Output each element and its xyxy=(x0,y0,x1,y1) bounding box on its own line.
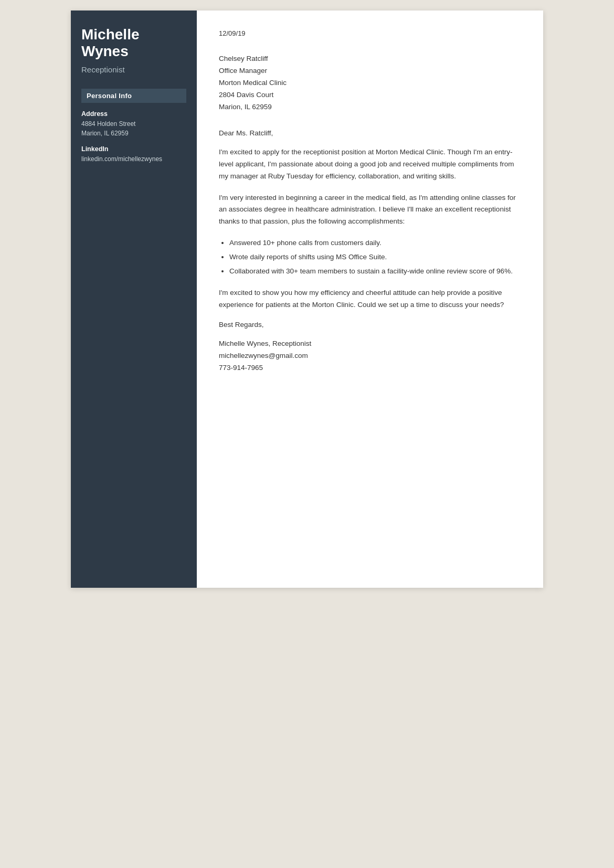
paragraph-1: I'm excited to apply for the receptionis… xyxy=(219,146,521,183)
salutation: Dear Ms. Ratcliff, xyxy=(219,129,521,137)
personal-info-header: Personal Info xyxy=(81,89,186,103)
paragraph-2: I'm very interested in beginning a caree… xyxy=(219,192,521,228)
address-label: Address xyxy=(81,110,186,118)
signature-block: Michelle Wynes, Receptionist michellezwy… xyxy=(219,338,521,374)
paragraph-3: I'm excited to show you how my efficienc… xyxy=(219,287,521,311)
main-content: 12/09/19 Chelsey Ratcliff Office Manager… xyxy=(197,10,543,588)
list-item: Collaborated with 30+ team members to su… xyxy=(229,266,521,278)
recipient-block: Chelsey Ratcliff Office Manager Morton M… xyxy=(219,53,521,113)
recipient-title: Office Manager xyxy=(219,65,521,77)
closing: Best Regards, xyxy=(219,321,521,329)
recipient-name: Chelsey Ratcliff xyxy=(219,53,521,65)
recipient-address2: Marion, IL 62959 xyxy=(219,101,521,113)
list-item: Wrote daily reports of shifts using MS O… xyxy=(229,251,521,263)
recipient-company: Morton Medical Clinic xyxy=(219,77,521,89)
address-value: 4884 Holden Street Marion, IL 62959 xyxy=(81,119,186,138)
linkedin-value: linkedin.com/michellezwynes xyxy=(81,154,186,164)
document-wrapper: Michelle Wynes Receptionist Personal Inf… xyxy=(71,10,543,588)
accomplishments-list: Answered 10+ phone calls from customers … xyxy=(219,237,521,278)
recipient-address1: 2804 Davis Court xyxy=(219,89,521,101)
applicant-name: Michelle Wynes xyxy=(81,26,186,60)
letter-date: 12/09/19 xyxy=(219,29,521,37)
signature-name: Michelle Wynes, Receptionist xyxy=(219,338,521,350)
list-item: Answered 10+ phone calls from customers … xyxy=(229,237,521,249)
signature-phone: 773-914-7965 xyxy=(219,362,521,374)
applicant-title: Receptionist xyxy=(81,65,186,74)
signature-email: michellezwynes@gmail.com xyxy=(219,350,521,362)
sidebar: Michelle Wynes Receptionist Personal Inf… xyxy=(71,10,197,588)
linkedin-label: LinkedIn xyxy=(81,145,186,153)
